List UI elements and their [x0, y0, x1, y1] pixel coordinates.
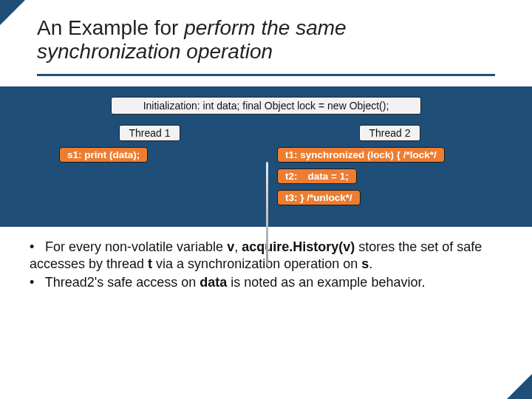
diagram-band: Initialization: int data; final Object l… — [0, 86, 532, 227]
b1-text-a: For every non-volatile variable — [45, 239, 227, 254]
thread-2-statement-t1: t1: synchronized (lock) { /*lock*/ — [277, 147, 445, 163]
corner-accent-top-left — [0, 0, 25, 25]
thread-2-statement-t2: t2:data = 1; — [277, 168, 357, 184]
thread-2-statement-t3: t3: } /*unlock*/ — [277, 190, 361, 205]
slide: An Example for perform the same synchron… — [0, 0, 532, 399]
title-underline — [37, 74, 495, 76]
bullet-marker: • — [30, 239, 41, 256]
thread-columns: Thread 1 s1: print (data); Thread 2 t1: … — [0, 125, 532, 205]
b1-fn: acquire.History(v) — [242, 239, 355, 254]
t2-prefix: t2: — [285, 171, 298, 182]
b1-text-b: , — [234, 239, 242, 254]
b1-text-d: via a synchronization operation on — [152, 256, 361, 271]
t2-body: data = 1; — [308, 171, 349, 182]
b2-text-a: Thread2's safe access on — [45, 275, 200, 290]
slide-title: An Example for perform the same synchron… — [0, 16, 532, 71]
thread-1-label: Thread 1 — [119, 125, 180, 141]
thread-1-column: Thread 1 s1: print (data); — [59, 125, 255, 163]
b1-var-v: v — [227, 239, 234, 254]
bullet-2: • Thread2's safe access on data is noted… — [30, 274, 502, 291]
initialization-box: Initialization: int data; final Object l… — [111, 97, 421, 115]
thread-2-label: Thread 2 — [359, 125, 420, 141]
bullet-marker: • — [30, 274, 41, 291]
b1-text-e: . — [369, 256, 372, 271]
b1-var-s: s — [361, 256, 369, 271]
corner-accent-bottom-right — [507, 374, 532, 399]
thread-1-statement-s1: s1: print (data); — [59, 147, 148, 163]
title-prefix: An Example for — [37, 16, 184, 39]
b2-data: data — [200, 275, 227, 290]
column-divider — [266, 162, 268, 265]
b2-text-b: is noted as an example behavior. — [227, 275, 425, 290]
thread-2-column: Thread 2 t1: synchronized (lock) { /*loc… — [255, 125, 473, 205]
